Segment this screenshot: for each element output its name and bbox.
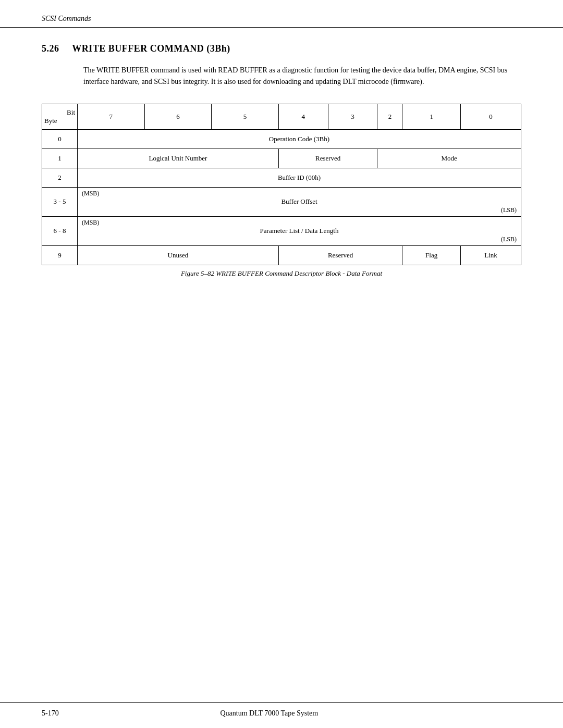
section-heading: WRITE BUFFER COMMAND (3Bh) [72,43,230,54]
page-header: SCSI Commands [0,0,563,28]
col-header-2: 2 [377,104,402,129]
buffer-offset-text: Buffer Offset [78,198,521,206]
col-header-6: 6 [144,104,212,129]
lsb-label-35: (LSB) [78,206,521,216]
table-row: 9 Unused Reserved Flag Link [42,245,521,265]
reserved-cell-1: Reserved [278,149,377,168]
table-row: 0 Operation Code (3Bh) [42,129,521,149]
msb-label-68: (MSB) [78,217,521,227]
byte-label-68: 6 - 8 [42,216,78,245]
flag-cell: Flag [402,245,461,265]
header-text: SCSI Commands [42,15,91,22]
byte-label-2: 2 [42,168,78,187]
table-header-row: Bit Byte 7 6 5 4 3 2 1 0 [42,104,521,129]
msb-label-35: (MSB) [78,188,521,198]
link-cell: Link [460,245,521,265]
col-header-4: 4 [278,104,328,129]
byte-label-1: 1 [42,149,78,168]
page-footer: 5-170 Quantum DLT 7000 Tape System [0,702,563,728]
param-list-text: Parameter List / Data Length [78,227,521,236]
lun-cell: Logical Unit Number [78,149,279,168]
col-header-5: 5 [212,104,279,129]
buffer-id-cell: Buffer ID (00h) [78,168,521,187]
command-table: Bit Byte 7 6 5 4 3 2 1 0 0 Operation [42,104,521,265]
footer-product: Quantum DLT 7000 Tape System [220,709,318,718]
reserved-cell-9: Reserved [278,245,402,265]
page: SCSI Commands 5.26 WRITE BUFFER COMMAND … [0,0,563,728]
byte-label-9: 9 [42,245,78,265]
table-row: 3 - 5 (MSB) Buffer Offset (LSB) [42,187,521,216]
param-list-cell: (MSB) Parameter List / Data Length (LSB) [78,216,521,245]
col-header-3: 3 [328,104,377,129]
operation-code-cell: Operation Code (3Bh) [78,129,521,149]
col-header-7: 7 [78,104,145,129]
col-header-1: 1 [402,104,461,129]
col-header-0: 0 [460,104,521,129]
main-content: 5.26 WRITE BUFFER COMMAND (3Bh) The WRIT… [0,28,563,702]
table-row: 1 Logical Unit Number Reserved Mode [42,149,521,168]
section-number: 5.26 [42,43,59,54]
mode-cell: Mode [377,149,521,168]
section-description: The WRITE BUFFER command is used with RE… [83,65,521,88]
unused-cell: Unused [78,245,279,265]
table-row: 2 Buffer ID (00h) [42,168,521,187]
figure-caption: Figure 5–82 WRITE BUFFER Command Descrip… [42,269,521,278]
page-number: 5-170 [42,709,59,718]
table-row: 6 - 8 (MSB) Parameter List / Data Length… [42,216,521,245]
buffer-offset-cell: (MSB) Buffer Offset (LSB) [78,187,521,216]
byte-label-35: 3 - 5 [42,187,78,216]
section-title: 5.26 WRITE BUFFER COMMAND (3Bh) [42,43,521,54]
lsb-label-68: (LSB) [78,236,521,245]
bit-byte-header: Bit Byte [42,104,78,129]
byte-label-0: 0 [42,129,78,149]
